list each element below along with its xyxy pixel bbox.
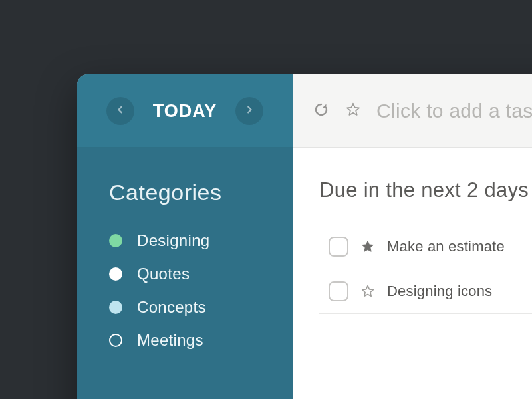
task-star-button[interactable]	[360, 284, 375, 299]
app-window: TODAY Categories DesigningQuotesConcepts…	[77, 74, 532, 399]
category-item[interactable]: Designing	[109, 224, 266, 257]
category-color-dot	[109, 301, 122, 314]
task-list: Make an estimateDesigning icons	[319, 225, 532, 314]
category-color-dot	[109, 234, 122, 247]
current-day-title: TODAY	[153, 101, 217, 122]
main-header	[293, 74, 532, 148]
task-item: Make an estimate	[319, 225, 532, 269]
task-checkbox[interactable]	[329, 281, 348, 301]
category-item[interactable]: Quotes	[109, 257, 266, 291]
main-panel: Due in the next 2 days Make an estimateD…	[293, 74, 532, 399]
chevron-left-icon	[116, 105, 125, 117]
task-label: Designing icons	[387, 283, 492, 300]
sidebar-header: TODAY	[77, 74, 293, 148]
category-color-dot	[109, 334, 122, 347]
category-label: Meetings	[137, 331, 203, 350]
categories-list: DesigningQuotesConceptsMeetings	[109, 224, 266, 357]
section-title: Due in the next 2 days	[319, 178, 532, 202]
sidebar-body: Categories DesigningQuotesConceptsMeetin…	[77, 148, 293, 357]
task-label: Make an estimate	[387, 238, 505, 255]
category-label: Concepts	[137, 298, 206, 317]
task-star-button[interactable]	[360, 239, 375, 254]
task-item: Designing icons	[319, 269, 532, 314]
main-body: Due in the next 2 days Make an estimateD…	[293, 148, 532, 314]
prev-day-button[interactable]	[106, 97, 134, 125]
category-color-dot	[109, 267, 122, 281]
category-label: Designing	[137, 231, 209, 250]
category-label: Quotes	[137, 265, 190, 283]
categories-heading: Categories	[109, 180, 266, 205]
chevron-right-icon	[245, 105, 254, 117]
sidebar: TODAY Categories DesigningQuotesConcepts…	[77, 74, 293, 399]
refresh-icon	[313, 102, 329, 120]
refresh-button[interactable]	[313, 102, 330, 120]
favorite-button[interactable]	[344, 102, 362, 120]
star-icon	[345, 102, 361, 120]
category-item[interactable]: Meetings	[109, 324, 266, 357]
add-task-input[interactable]	[376, 100, 532, 122]
next-day-button[interactable]	[235, 97, 263, 125]
task-checkbox[interactable]	[329, 237, 348, 257]
category-item[interactable]: Concepts	[109, 291, 266, 324]
